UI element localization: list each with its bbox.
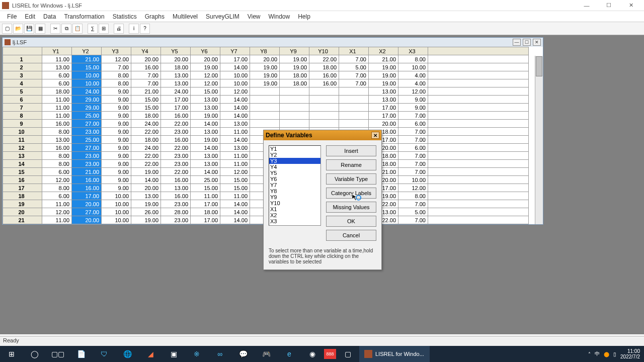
- col-header-Y5[interactable]: Y5: [161, 47, 191, 55]
- cell[interactable]: 13.00: [191, 160, 220, 168]
- menu-file[interactable]: File: [3, 12, 21, 21]
- cell[interactable]: 19.00: [191, 136, 220, 144]
- scroll-thumb[interactable]: [536, 56, 542, 76]
- cell[interactable]: 11.00: [42, 104, 72, 112]
- cell[interactable]: 12.00: [220, 87, 250, 96]
- table-icon[interactable]: ▦: [35, 24, 45, 34]
- cell[interactable]: 20.00: [250, 55, 280, 63]
- cell[interactable]: [250, 104, 280, 112]
- cell[interactable]: 14.00: [131, 176, 161, 184]
- browser-icon[interactable]: 🌐: [116, 346, 139, 362]
- cell[interactable]: 8.00: [42, 128, 72, 136]
- cell[interactable]: 17.00: [369, 112, 398, 120]
- cell[interactable]: 8.00: [398, 55, 428, 63]
- menu-surveyglim[interactable]: SurveyGLIM: [202, 12, 244, 21]
- app-icon-4[interactable]: 🎮: [255, 346, 278, 362]
- row-header[interactable]: 4: [3, 79, 42, 87]
- cell[interactable]: 7.00: [339, 71, 369, 79]
- cell[interactable]: 11.00: [42, 200, 72, 208]
- cell[interactable]: 25.00: [72, 112, 102, 120]
- cell[interactable]: 16.00: [161, 192, 191, 200]
- cell[interactable]: 7.00: [339, 79, 369, 87]
- cell[interactable]: 14.00: [220, 63, 250, 71]
- cell[interactable]: 22.00: [161, 168, 191, 176]
- app-icon-6[interactable]: ▢: [336, 346, 359, 362]
- cell[interactable]: 10.00: [102, 208, 131, 216]
- col-header-Y8[interactable]: Y8: [250, 47, 280, 55]
- analysis-icon[interactable]: ∑: [88, 24, 98, 34]
- cell[interactable]: 15.00: [191, 184, 220, 192]
- cell[interactable]: 13.00: [220, 120, 250, 128]
- var-item-X1[interactable]: X1: [269, 206, 320, 212]
- cell[interactable]: 7.00: [131, 79, 161, 87]
- ok-button[interactable]: OK: [326, 216, 376, 227]
- cell[interactable]: 27.00: [72, 208, 102, 216]
- cell[interactable]: 8.00: [42, 184, 72, 192]
- cell[interactable]: 12.00: [191, 79, 220, 87]
- cell[interactable]: 7.00: [398, 216, 428, 224]
- about-icon[interactable]: i: [129, 24, 139, 34]
- cell[interactable]: 11.00: [220, 128, 250, 136]
- app-icon-3[interactable]: ∞: [208, 346, 231, 362]
- cell[interactable]: 23.00: [161, 152, 191, 160]
- col-header-X1[interactable]: X1: [339, 47, 369, 55]
- maximize-button[interactable]: ☐: [598, 1, 620, 11]
- cell[interactable]: 24.00: [131, 144, 161, 152]
- row-header[interactable]: 5: [3, 87, 42, 96]
- row-header[interactable]: 2: [3, 63, 42, 71]
- cell[interactable]: 11.00: [191, 192, 220, 200]
- cell[interactable]: 14.00: [191, 168, 220, 176]
- model-icon[interactable]: ⊞: [99, 24, 109, 34]
- cell[interactable]: 22.00: [131, 152, 161, 160]
- var-item-Y9[interactable]: Y9: [269, 194, 320, 200]
- row-header[interactable]: 17: [3, 184, 42, 192]
- copy-icon[interactable]: ⧉: [61, 24, 71, 34]
- cell[interactable]: 18.00: [161, 63, 191, 71]
- cell[interactable]: 21.00: [72, 55, 102, 63]
- cell[interactable]: 14.00: [220, 208, 250, 216]
- menu-multilevel[interactable]: Multilevel: [169, 12, 202, 21]
- child-maximize-button[interactable]: ☐: [523, 39, 531, 46]
- save-icon[interactable]: 💾: [24, 24, 34, 34]
- app-icon-5[interactable]: 888: [324, 349, 336, 359]
- task-view-icon[interactable]: ▢▢: [46, 346, 69, 362]
- open-file-icon[interactable]: 📂: [13, 24, 23, 34]
- row-header[interactable]: 20: [3, 208, 42, 216]
- cell[interactable]: 22.00: [161, 144, 191, 152]
- cell[interactable]: [250, 120, 280, 128]
- menu-help[interactable]: Help: [294, 12, 314, 21]
- cell[interactable]: 23.00: [161, 160, 191, 168]
- cell[interactable]: 9.00: [102, 128, 131, 136]
- cell[interactable]: 18.00: [309, 63, 339, 71]
- dialog-close-button[interactable]: ✕: [371, 132, 379, 139]
- cell[interactable]: 7.00: [398, 152, 428, 160]
- cell[interactable]: 13.00: [161, 79, 191, 87]
- cell[interactable]: [339, 112, 369, 120]
- cell[interactable]: 9.00: [102, 87, 131, 96]
- cell[interactable]: 9.00: [102, 176, 131, 184]
- cell[interactable]: 9.00: [398, 96, 428, 104]
- cell[interactable]: 28.00: [161, 208, 191, 216]
- cell[interactable]: 14.00: [220, 112, 250, 120]
- taskbar-active-app[interactable]: LISREL for Windo...: [359, 346, 430, 362]
- row-header[interactable]: 16: [3, 176, 42, 184]
- cell[interactable]: 14.00: [191, 144, 220, 152]
- child-close-button[interactable]: ✕: [533, 39, 541, 46]
- cell[interactable]: 4.00: [398, 79, 428, 87]
- menu-graphs[interactable]: Graphs: [141, 12, 169, 21]
- col-header-Y10[interactable]: Y10: [309, 47, 339, 55]
- cell[interactable]: 11.00: [220, 192, 250, 200]
- cell[interactable]: 20.00: [72, 200, 102, 208]
- menu-statistics[interactable]: Statistics: [109, 12, 141, 21]
- cell[interactable]: 17.00: [161, 96, 191, 104]
- col-header-Y3[interactable]: Y3: [102, 47, 131, 55]
- app-icon-1[interactable]: ▣: [162, 346, 185, 362]
- cell[interactable]: 19.00: [191, 63, 220, 71]
- cell[interactable]: 16.00: [161, 112, 191, 120]
- cell[interactable]: 9.00: [102, 152, 131, 160]
- cell[interactable]: 6.00: [42, 168, 72, 176]
- cell[interactable]: 6.00: [398, 120, 428, 128]
- cell[interactable]: [309, 112, 339, 120]
- missing-values-button[interactable]: Missing Values: [326, 202, 376, 213]
- cell[interactable]: 16.00: [161, 176, 191, 184]
